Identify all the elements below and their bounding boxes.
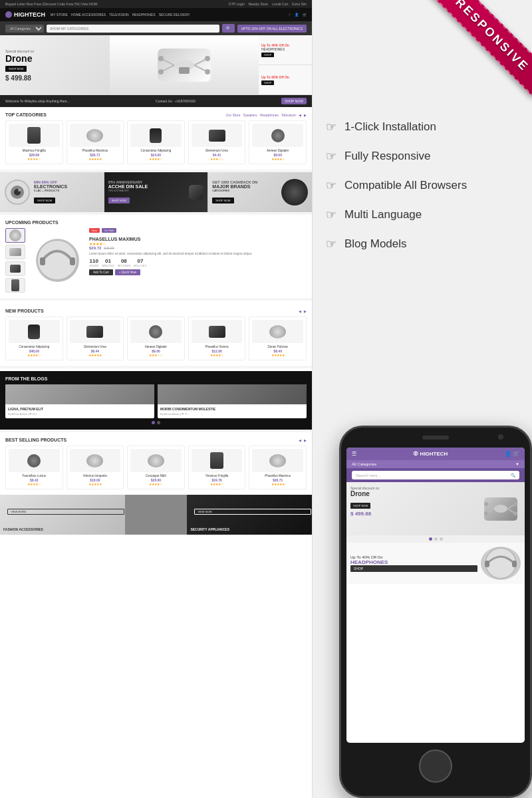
- nav-speakers[interactable]: Speakers: [243, 113, 257, 117]
- hero-offer-2-btn[interactable]: SHOP: [261, 80, 274, 85]
- nav-our-store[interactable]: Our Store: [226, 113, 241, 117]
- hero-offer-2-off: Up To 60% Off On: [261, 75, 309, 79]
- best-p4-stars: ★★★★☆: [192, 482, 243, 486]
- new-products-nav: ◀ ▶: [299, 309, 307, 313]
- phone-headphones-name: HEADPHONES: [350, 559, 477, 565]
- svg-point-5: [158, 56, 164, 61]
- blog-dot-1[interactable]: [152, 421, 155, 424]
- upcoming-header: UPCOMING PRODUCTS: [5, 220, 307, 225]
- phone-dot-1[interactable]: [429, 537, 432, 541]
- nav-my-store[interactable]: MY STORE: [51, 13, 68, 17]
- hero-right-offers: Up To 40% Off On HEADPHONES SHOP Up To 6…: [259, 35, 312, 95]
- product-4-image: [192, 124, 243, 147]
- topbar-left: Bogard Lotter Row Frew (Discount Code Fr…: [5, 2, 98, 6]
- phone-dot-2[interactable]: [434, 537, 438, 541]
- search-button[interactable]: 🔍: [222, 24, 235, 33]
- new-product-4: Phasellus Viverra $12.00 ★★★★☆: [188, 317, 246, 360]
- ticker-contact: Contact Us - +9187654320: [156, 99, 196, 103]
- blog-1-content: LIGNA, PRETIUM ELIT By Admin Admin | ❤ 3…: [5, 404, 154, 418]
- product-1-name: Maximus Fringilla: [9, 149, 60, 152]
- promo-header-text: UPTO 10% OFF ON ALL ELECTRONICS: [237, 25, 307, 33]
- nav-home-accessories[interactable]: HOME ACCESSORIES: [71, 13, 106, 17]
- upcoming-old-price: $39.90: [104, 246, 114, 250]
- phone-search-section: Search here... 🔍: [346, 468, 525, 482]
- nav-television[interactable]: Television: [281, 113, 296, 117]
- search-input[interactable]: [47, 25, 219, 33]
- best-p1-stars: ★★★★☆: [9, 482, 60, 486]
- count-seconds: 08 SECONDS: [117, 258, 130, 267]
- nav-headphones[interactable]: HEADPHONES: [132, 13, 156, 17]
- phone-headphones-text: Up To 40% Off On HEADPHONES SHOP: [350, 555, 477, 572]
- thumb-4[interactable]: [5, 278, 25, 293]
- phone-mockup: ☰ ⦿ HIGHTECH 👤 🛒 All Categories ▼ Search…: [339, 426, 532, 798]
- category-select[interactable]: All Categories: [5, 25, 44, 33]
- upcoming-title: UPCOMING PRODUCTS: [5, 220, 59, 225]
- phone-search-input[interactable]: Search here... 🔍: [352, 471, 519, 479]
- new-p5-img: [252, 320, 303, 343]
- security-view-btn[interactable]: VIEW NOW: [194, 509, 311, 515]
- nav-next[interactable]: ▶: [304, 113, 307, 117]
- phone-headphones-btn[interactable]: SHOP: [350, 565, 477, 572]
- hero-offer-1-btn[interactable]: SHOP: [261, 53, 274, 57]
- feature-5-text: Blog Models: [344, 237, 407, 251]
- best-next[interactable]: ▶: [304, 438, 307, 442]
- upcoming-section: UPCOMING PRODUCTS: [0, 215, 312, 298]
- headphones-main-shape: [36, 239, 79, 282]
- security-banner-label: SECURITY APPLIANCES: [190, 527, 229, 531]
- blog-dot-2[interactable]: [157, 421, 160, 424]
- cart-icon[interactable]: 🛒: [303, 13, 307, 17]
- upcoming-thumbnails: [5, 228, 25, 293]
- nav-prev[interactable]: ◀: [299, 113, 301, 117]
- topbar-link-2: Nearby Store: [249, 2, 268, 6]
- upcoming-layout: New On Sale PHASELLUS MAXIMUS ★★★★☆ $29.…: [5, 228, 307, 293]
- camera-shape-3: [209, 326, 225, 338]
- phone-dot-3[interactable]: [440, 537, 443, 541]
- best-p5-stars: ★★★★★: [252, 482, 303, 486]
- feature-2-icon: ☞: [326, 149, 336, 164]
- thumb-drone-shape: [9, 248, 21, 256]
- phone-categories-chevron: ▼: [515, 462, 519, 466]
- promo-2-btn[interactable]: SHOP NOW: [108, 198, 130, 203]
- thumb-1[interactable]: [5, 228, 25, 243]
- promo-3-sub: CATEGORIES: [212, 189, 257, 192]
- phone-speaker: [422, 436, 449, 440]
- best-p4-img: [192, 449, 243, 472]
- promo-2-text: 8TH ANNIVERSARY ACCHE DIN SALE 70% EXTRA…: [108, 180, 148, 204]
- best-prev[interactable]: ◀: [299, 438, 301, 442]
- svg-point-25: [513, 511, 517, 515]
- fashion-view-btn[interactable]: VIEW MORE: [7, 509, 124, 515]
- new-p3-img: [130, 320, 182, 343]
- phone-categories-bar: All Categories ▼: [346, 460, 525, 468]
- phone-logo-text: ⦿ HIGHTECH: [413, 451, 448, 457]
- features-panel: RESPONSIVE ☞ 1-Click Installation ☞ Full…: [313, 0, 532, 798]
- user-icon[interactable]: 👤: [295, 13, 299, 17]
- phone-hero-image: [481, 486, 521, 531]
- wishlist-icon[interactable]: ♡: [288, 13, 291, 17]
- contact-btn[interactable]: SHOP NOW: [281, 98, 307, 104]
- speaker-shape: [27, 127, 41, 144]
- phone-hero-btn[interactable]: SHOP NOW: [350, 503, 370, 509]
- best-p3-img: [130, 449, 182, 472]
- headphone-best-shape-3: [269, 454, 286, 467]
- hero-shop-btn[interactable]: SHOP NOW: [5, 66, 27, 72]
- nav-headphones-cat[interactable]: Headphones: [260, 113, 279, 117]
- promo-1-btn[interactable]: SHOP NOW: [34, 198, 55, 203]
- quick-view-btn[interactable]: + Quick View: [115, 269, 140, 275]
- thumb-spk-shape: [11, 279, 19, 291]
- new-p2-name: Elementum Uma: [70, 345, 121, 348]
- ticker-text: Welcome To Wileyfox.shop Anything Here..…: [5, 99, 70, 103]
- promo-3-btn[interactable]: SHOP NOW: [212, 198, 233, 203]
- topbar-promo: Bogard Lotter Row Frew (Discount Code Fr…: [5, 2, 98, 6]
- add-to-cart-btn[interactable]: Add To Cart: [89, 269, 113, 275]
- thumb-3[interactable]: [5, 261, 25, 276]
- best-product-3: Conuegue Nibh $20.00 ★★★★☆: [127, 446, 185, 489]
- thumb-cam-shape: [10, 265, 21, 273]
- nav-secure[interactable]: SECURE DELIVERY: [159, 13, 190, 17]
- topbar-link-3: Localt Cart: [272, 2, 288, 6]
- logo-text: HIGHTECH: [14, 11, 45, 18]
- thumb-2[interactable]: [5, 245, 25, 259]
- new-prev[interactable]: ◀: [299, 309, 301, 313]
- new-next[interactable]: ▶: [304, 309, 307, 313]
- hero-offer-1: Up To 40% Off On HEADPHONES SHOP: [259, 35, 312, 65]
- nav-television[interactable]: TELEVISION: [109, 13, 128, 17]
